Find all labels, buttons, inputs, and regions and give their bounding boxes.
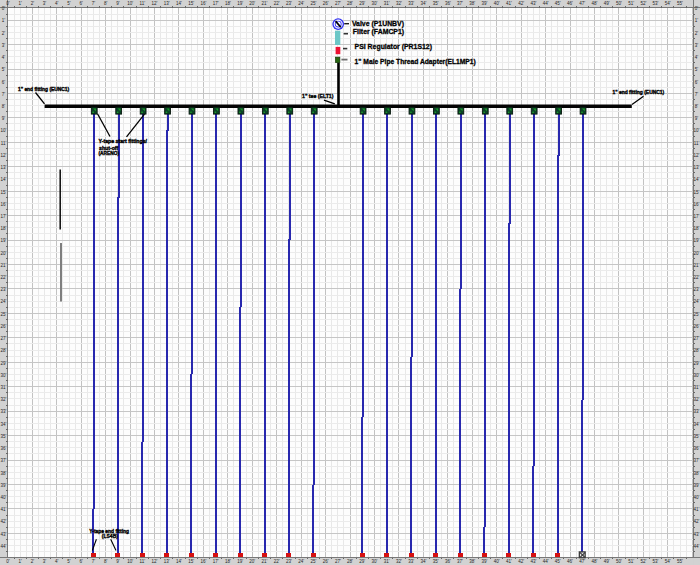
svg-text:37': 37' xyxy=(694,458,700,463)
svg-text:Filter (FAMCP1): Filter (FAMCP1) xyxy=(353,28,404,36)
svg-text:45': 45' xyxy=(555,1,561,6)
svg-text:27': 27' xyxy=(1,336,7,341)
svg-text:27': 27' xyxy=(694,336,700,341)
svg-text:0': 0' xyxy=(695,6,699,11)
svg-text:8': 8' xyxy=(695,104,699,109)
svg-text:24': 24' xyxy=(298,559,304,564)
svg-text:33': 33' xyxy=(694,409,700,414)
svg-text:42': 42' xyxy=(518,559,524,564)
svg-text:15': 15' xyxy=(188,559,194,564)
svg-text:5': 5' xyxy=(695,67,699,72)
svg-text:30': 30' xyxy=(1,373,7,378)
svg-text:Valve (P1UNBV): Valve (P1UNBV) xyxy=(352,20,404,28)
svg-text:2': 2' xyxy=(695,31,699,36)
svg-text:20': 20' xyxy=(249,1,255,6)
svg-text:17': 17' xyxy=(213,559,219,564)
svg-text:18': 18' xyxy=(225,559,231,564)
svg-text:16': 16' xyxy=(694,202,700,207)
svg-text:31': 31' xyxy=(384,1,390,6)
svg-text:24': 24' xyxy=(694,299,700,304)
svg-text:28': 28' xyxy=(1,348,7,353)
svg-text:43': 43' xyxy=(530,559,536,564)
svg-text:54': 54' xyxy=(665,1,671,6)
svg-text:10': 10' xyxy=(694,128,700,133)
svg-text:15': 15' xyxy=(188,1,194,6)
svg-text:35': 35' xyxy=(694,434,700,439)
svg-text:7': 7' xyxy=(92,1,96,6)
svg-text:7': 7' xyxy=(695,92,699,97)
svg-text:37': 37' xyxy=(457,1,463,6)
svg-text:53': 53' xyxy=(653,559,659,564)
svg-text:44': 44' xyxy=(1,544,7,549)
svg-text:3': 3' xyxy=(43,1,47,6)
svg-text:0': 0' xyxy=(2,6,6,11)
svg-text:42': 42' xyxy=(518,1,524,6)
svg-text:54': 54' xyxy=(665,559,671,564)
svg-text:49': 49' xyxy=(604,1,610,6)
svg-text:1': 1' xyxy=(695,18,699,23)
svg-text:20': 20' xyxy=(694,251,700,256)
svg-text:8': 8' xyxy=(2,104,6,109)
svg-text:6': 6' xyxy=(80,1,84,6)
svg-text:2': 2' xyxy=(31,1,35,6)
svg-text:20': 20' xyxy=(249,559,255,564)
svg-text:0': 0' xyxy=(6,1,10,6)
svg-text:21': 21' xyxy=(262,559,268,564)
svg-text:1" Male Pipe Thread Adapter(EL: 1" Male Pipe Thread Adapter(EL1MP1) xyxy=(355,58,476,66)
svg-text:40': 40' xyxy=(694,495,700,500)
svg-text:34': 34' xyxy=(420,1,426,6)
svg-text:23': 23' xyxy=(286,1,292,6)
svg-text:33': 33' xyxy=(1,409,7,414)
svg-text:21': 21' xyxy=(694,263,700,268)
svg-text:2': 2' xyxy=(2,31,6,36)
svg-text:12': 12' xyxy=(152,559,158,564)
svg-text:5': 5' xyxy=(2,67,6,72)
svg-text:46': 46' xyxy=(567,559,573,564)
svg-text:5': 5' xyxy=(67,559,71,564)
svg-text:21': 21' xyxy=(262,1,268,6)
svg-text:53': 53' xyxy=(653,1,659,6)
svg-text:19': 19' xyxy=(694,238,700,243)
svg-text:13': 13' xyxy=(164,559,170,564)
svg-text:51': 51' xyxy=(628,559,634,564)
svg-text:16': 16' xyxy=(1,202,7,207)
svg-text:38': 38' xyxy=(1,471,7,476)
svg-text:46': 46' xyxy=(567,1,573,6)
svg-text:3': 3' xyxy=(2,43,6,48)
svg-text:36': 36' xyxy=(1,446,7,451)
svg-text:6': 6' xyxy=(2,80,6,85)
svg-text:3': 3' xyxy=(695,43,699,48)
svg-text:23': 23' xyxy=(694,287,700,292)
svg-text:10': 10' xyxy=(127,559,133,564)
svg-text:9': 9' xyxy=(116,1,120,6)
svg-text:9': 9' xyxy=(116,559,120,564)
svg-text:14': 14' xyxy=(1,177,7,182)
svg-text:31': 31' xyxy=(384,559,390,564)
svg-text:19': 19' xyxy=(237,1,243,6)
svg-text:28': 28' xyxy=(347,559,353,564)
svg-text:PSI Regulator (PR1S12): PSI Regulator (PR1S12) xyxy=(355,43,432,51)
svg-text:11': 11' xyxy=(140,559,146,564)
svg-text:6': 6' xyxy=(695,80,699,85)
svg-text:4': 4' xyxy=(2,55,6,60)
svg-text:15': 15' xyxy=(694,190,700,195)
svg-text:4': 4' xyxy=(55,1,59,6)
svg-text:11': 11' xyxy=(1,141,7,146)
svg-text:1': 1' xyxy=(18,1,22,6)
svg-text:10': 10' xyxy=(1,128,7,133)
svg-text:12': 12' xyxy=(152,1,158,6)
svg-text:55': 55' xyxy=(677,559,683,564)
svg-text:25': 25' xyxy=(310,559,316,564)
svg-text:25': 25' xyxy=(694,312,700,317)
svg-text:22': 22' xyxy=(1,275,7,280)
svg-text:16': 16' xyxy=(200,1,206,6)
svg-text:5': 5' xyxy=(67,1,71,6)
svg-text:31': 31' xyxy=(1,385,7,390)
svg-text:45': 45' xyxy=(555,559,561,564)
svg-text:47': 47' xyxy=(579,1,585,6)
svg-text:37': 37' xyxy=(457,559,463,564)
svg-text:17': 17' xyxy=(213,1,219,6)
svg-text:40': 40' xyxy=(494,559,500,564)
svg-text:38': 38' xyxy=(469,559,475,564)
svg-text:1" end fitting (EUNC1): 1" end fitting (EUNC1) xyxy=(613,90,665,95)
